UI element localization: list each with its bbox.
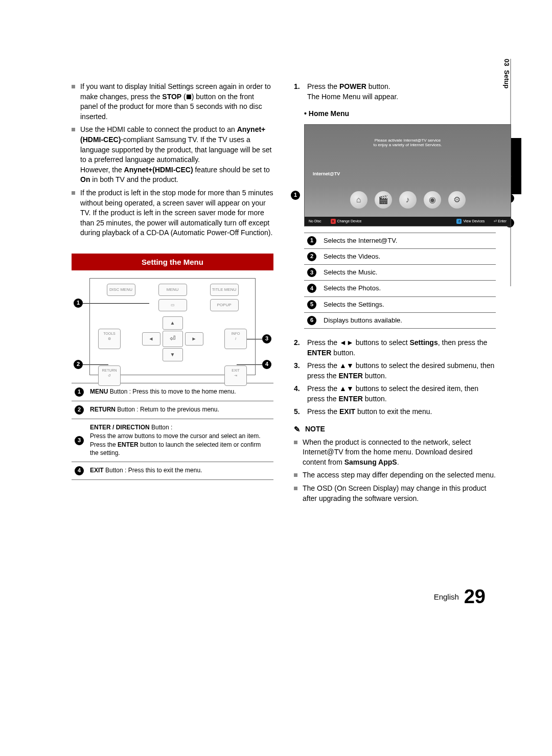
text: button. [363,395,387,403]
text-bold: EXIT [339,407,355,416]
hm-banner: Please activate Internet@TV service to e… [374,138,442,148]
text: , then press the [438,338,488,347]
chapter-number: 03 [503,59,511,66]
text-bold: Anynet+(HDMI-CEC) [124,166,193,174]
text: The access step may differ depending on … [303,470,496,480]
table-row: 2 RETURN Button : Return to the previous… [72,401,273,419]
step: 4. Press the ▲▼ buttons to select the de… [294,384,496,404]
hm-icon-photos: ◉ [424,191,441,209]
hm-icon-settings: ⚙ [448,191,466,209]
remote-btn-info: INFOi [224,329,247,349]
text-bold: EXIT [90,467,104,474]
left-column: If you want to display Initial Settings … [72,51,273,507]
dpad-left-icon: ◄ [142,332,160,346]
square-bullet-icon [294,487,297,490]
callout-1: 1 [74,299,83,308]
footer-language: English [434,592,459,601]
callout-4: 4 [307,284,316,293]
note-heading: NOTE [294,424,496,434]
hm-icon-music: ♪ [399,191,417,209]
table-row: 6 Displays buttons available. [304,313,496,329]
table-row: 3 Selects the Music. [304,265,496,281]
text: Press the arrow buttons to move the curs… [90,432,270,441]
remote-btn-popup: POPUP [210,299,239,311]
dpad-right-icon: ► [185,332,203,346]
remote-btn-tools: TOOLS⚙ [98,329,121,349]
text: feature should be set to [193,166,270,174]
hm-icon-videos: 🎬 [375,191,392,209]
text-bold: ENTER / DIRECTION [90,424,150,431]
text: Button : [150,424,173,431]
page-number: 29 [464,586,486,607]
text: Press the ◄► buttons to select [307,338,409,347]
text-bold: ENTER [307,349,331,357]
text: Selects the Photos. [324,284,381,293]
text-bold: MENU [90,388,108,395]
square-bullet-icon [294,441,297,444]
text: Selects the Videos. [324,252,380,261]
home-menu-diagram: Please activate Internet@TV service to e… [304,124,511,226]
text: Button : Press this to exit the menu. [104,467,202,474]
text: Press the ▲▼ buttons to select the desir… [307,384,478,403]
step: 1. Press the POWER button. The Home Menu… [294,82,496,102]
text: . [397,458,399,466]
bullet-item: If the product is left in the stop mode … [72,188,273,238]
note-item: When the product is connected to the net… [294,438,496,468]
text: Use the HDMI cable to connect the produc… [80,125,237,133]
text-bold: On [80,175,90,184]
callout-4: 4 [262,360,271,369]
legend-table: 1 Selects the Internet@TV. 2 Selects the… [304,233,496,329]
remote-table: 1 MENU Button : Press this to move to th… [72,383,273,480]
stop-icon [187,95,191,99]
hm-bar-change: aChange Device [331,219,362,224]
step-number: 3. [294,361,303,381]
table-row: 1 MENU Button : Press this to move to th… [72,383,273,401]
remote-btn-titlemenu: TITLE MENU [210,284,239,296]
text: Selects the Music. [324,268,378,277]
remote-btn-return: RETURN↺ [98,365,121,386]
callout-5: 5 [307,300,316,309]
callout-2: 2 [307,252,316,261]
callout-2: 2 [75,405,84,415]
callout-3: 3 [75,436,84,445]
callout-1: 1 [307,236,316,245]
text: Button : Return to the previous menu. [116,406,219,413]
dpad-up-icon: ▲ [163,316,183,330]
bullet-item: If you want to display Initial Settings … [72,82,273,122]
text-bold: POWER [339,82,366,90]
step-number: 5. [294,407,303,417]
right-column: 1. Press the POWER button. The Home Menu… [294,51,496,507]
text: in both TV and the product. [90,175,178,184]
remote-btn-discmenu: DISC MENU [107,284,135,296]
hm-bar-enter: ⏎ Enter [494,219,507,224]
callout-3: 3 [262,334,271,343]
remote-btn-menu: MENU [158,284,187,296]
callout-2: 2 [74,360,83,369]
remote-btn-popup-icon: ▭ [158,299,187,311]
callout-3: 3 [307,268,316,277]
hm-icon-internet: ⌂ [350,191,367,209]
hm-bar-nodisc: No Disc [309,219,321,224]
text: button. [331,349,355,357]
text: The OSD (On Screen Display) may change i… [303,484,496,503]
dpad-down-icon: ▼ [163,348,183,361]
square-bullet-icon [72,128,75,131]
bullet-item: Use the HDMI cable to connect the produc… [72,125,273,185]
note-item: The OSD (On Screen Display) may change i… [294,484,496,503]
callout-1: 1 [291,191,300,200]
text-bold: Settings [409,338,438,347]
note-icon [294,425,302,433]
text-bold: Samsung AppS [344,458,397,466]
chapter-name: Setup [503,70,511,88]
text: Press the ▲▼ buttons to select the desir… [307,361,494,380]
home-menu-label: • Home Menu [304,109,496,119]
text: Selects the Internet@TV. [324,236,397,245]
table-row: 3 ENTER / DIRECTION Button : Press the a… [72,419,273,462]
note-item: The access step may differ depending on … [294,470,496,480]
remote-btn-exit: EXIT⇥ [224,365,247,386]
square-bullet-icon [72,85,75,88]
text: If the product is left in the stop mode … [80,188,273,238]
page-footer: English 29 [72,583,496,610]
step: 5. Press the EXIT button to exit the men… [294,407,496,417]
text-bold: RETURN [90,406,116,413]
